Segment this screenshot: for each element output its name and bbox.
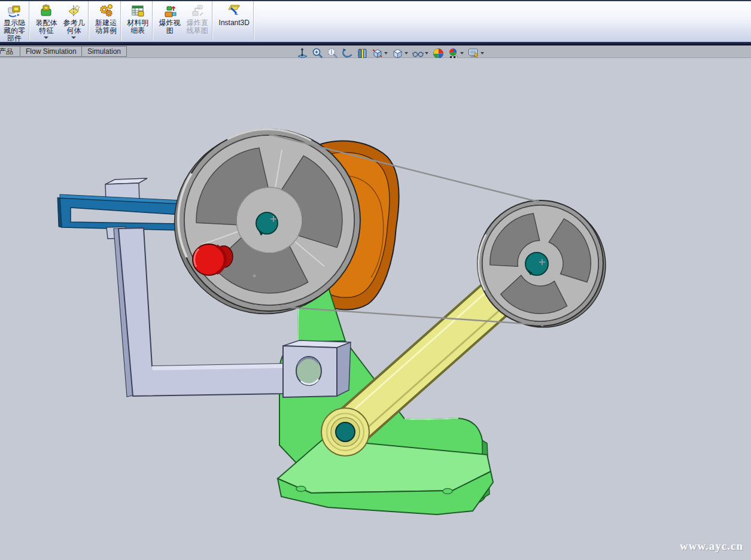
dropdown-arrow-icon[interactable]	[460, 52, 464, 54]
tab-simulation[interactable]: Simulation	[81, 46, 127, 57]
follower-rod-end-block[interactable]	[283, 340, 351, 397]
bill-of-materials-button[interactable]: 材料明 细表	[124, 1, 151, 41]
exploded-view-icon	[162, 3, 178, 19]
button-label: 参考几 何体	[63, 19, 84, 35]
assembly-features-button[interactable]: 装配体 特征	[32, 1, 60, 41]
toolbar-group-visibility: 显示隐 藏的零 部件	[0, 1, 29, 41]
new-motion-study-button[interactable]: 新建运 动算例	[92, 1, 120, 41]
button-label: 爆炸视 图	[159, 19, 181, 35]
pivot-pin	[336, 422, 355, 442]
explode-line-sketch-icon	[190, 3, 205, 19]
base-hole-right	[443, 489, 452, 494]
instant3d-button[interactable]: Instant3D	[215, 1, 253, 41]
dropdown-arrow-icon[interactable]	[405, 52, 408, 54]
new-motion-study-icon	[98, 3, 114, 19]
show-hidden-components-button[interactable]: 显示隐 藏的零 部件	[1, 1, 28, 41]
button-label: 爆炸直 线草图	[187, 19, 208, 35]
reference-geometry-icon	[66, 3, 81, 19]
tab-flow-simulation[interactable]: Flow Simulation	[20, 46, 83, 57]
crank-arm-pivot[interactable]	[321, 408, 369, 456]
large-pulley-part[interactable]	[175, 129, 361, 314]
button-label: 显示隐 藏的零 部件	[4, 19, 25, 42]
toolbar-group-instant3d: Instant3D	[215, 1, 254, 41]
graphics-viewport[interactable]: www.ayc.cn	[0, 58, 751, 560]
base-hole-left	[296, 486, 306, 492]
button-label: 材料明 细表	[127, 19, 148, 35]
dropdown-arrow-icon[interactable]	[44, 36, 48, 39]
show-hidden-components-icon	[7, 3, 22, 19]
toolbar-group-explode: 爆炸视 图 爆炸直 线草图	[156, 1, 212, 41]
button-label: Instant3D	[219, 19, 250, 27]
dropdown-arrow-icon[interactable]	[425, 52, 428, 54]
assembly-scene	[0, 58, 751, 560]
reference-geometry-button[interactable]: 参考几 何体	[60, 1, 87, 41]
toolbar-group-bom: 材料明 细表	[123, 1, 153, 41]
dropdown-arrow-icon[interactable]	[481, 52, 484, 54]
instant3d-icon	[226, 3, 242, 19]
exploded-view-button[interactable]: 爆炸视 图	[156, 1, 184, 41]
watermark: www.ayc.cn	[680, 540, 743, 553]
dropdown-arrow-icon[interactable]	[384, 52, 388, 54]
explode-line-sketch-button: 爆炸直 线草图	[184, 1, 211, 41]
toolbar-group-features: 装配体 特征 参考几 何体	[32, 1, 89, 41]
toolbar-group-motion: 新建运 动算例	[92, 1, 121, 41]
button-label: 装配体 特征	[35, 19, 57, 35]
button-label: 新建运 动算例	[95, 19, 117, 35]
small-pulley-part[interactable]	[478, 200, 606, 327]
assembly-features-icon	[38, 3, 54, 19]
dropdown-arrow-icon[interactable]	[71, 36, 76, 39]
bill-of-materials-icon	[130, 3, 145, 19]
command-toolbar: 显示隐 藏的零 部件 装配体 特征 参考几 何体	[0, 0, 751, 42]
